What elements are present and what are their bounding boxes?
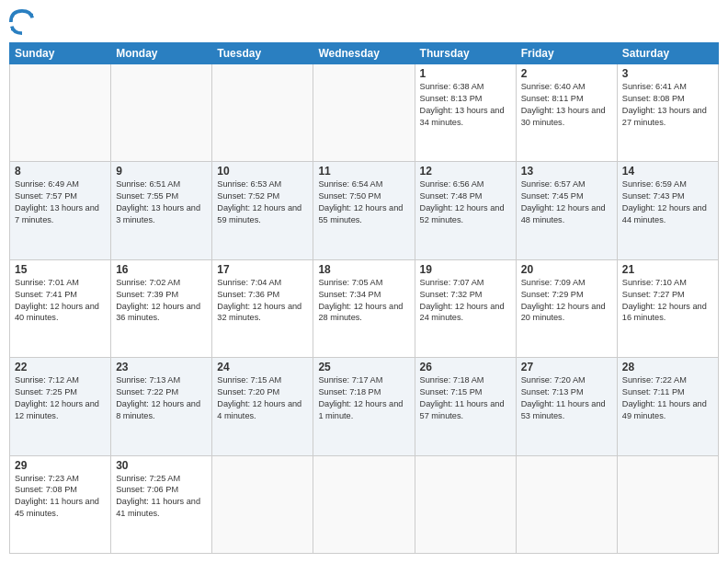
day-number: 14 xyxy=(622,165,713,178)
calendar-day-30: 30Sunrise: 7:25 AMSunset: 7:06 PMDayligh… xyxy=(111,455,212,553)
calendar-day-11: 11Sunrise: 6:54 AMSunset: 7:50 PMDayligh… xyxy=(313,162,415,259)
calendar-day-18: 18Sunrise: 7:05 AMSunset: 7:34 PMDayligh… xyxy=(313,259,415,357)
day-number: 13 xyxy=(521,165,612,178)
logo xyxy=(9,9,37,35)
calendar-week-row: 29Sunrise: 7:23 AMSunset: 7:08 PMDayligh… xyxy=(10,455,719,553)
calendar-day-8: 8Sunrise: 6:49 AMSunset: 7:57 PMDaylight… xyxy=(10,162,111,259)
day-number: 15 xyxy=(15,263,106,276)
day-number: 28 xyxy=(622,361,713,373)
day-info: Sunrise: 6:38 AMSunset: 8:13 PMDaylight:… xyxy=(420,81,511,129)
day-number: 27 xyxy=(521,361,612,373)
empty-day-cell xyxy=(212,455,313,553)
calendar-week-row: 22Sunrise: 7:12 AMSunset: 7:25 PMDayligh… xyxy=(10,358,719,455)
day-number: 29 xyxy=(15,459,106,472)
day-number: 25 xyxy=(318,361,409,373)
day-info: Sunrise: 6:41 AMSunset: 8:08 PMDaylight:… xyxy=(622,81,713,129)
day-number: 24 xyxy=(217,361,308,373)
day-number: 21 xyxy=(622,263,713,276)
column-header-tuesday: Tuesday xyxy=(212,43,313,64)
day-info: Sunrise: 6:51 AMSunset: 7:55 PMDaylight:… xyxy=(116,178,207,226)
calendar-day-26: 26Sunrise: 7:18 AMSunset: 7:15 PMDayligh… xyxy=(415,358,516,455)
day-info: Sunrise: 7:04 AMSunset: 7:36 PMDaylight:… xyxy=(217,277,308,325)
day-info: Sunrise: 7:02 AMSunset: 7:39 PMDaylight:… xyxy=(116,277,207,325)
day-number: 30 xyxy=(116,459,207,472)
day-number: 11 xyxy=(318,165,409,178)
calendar-day-9: 9Sunrise: 6:51 AMSunset: 7:55 PMDaylight… xyxy=(111,162,212,259)
calendar-day-23: 23Sunrise: 7:13 AMSunset: 7:22 PMDayligh… xyxy=(111,358,212,455)
header xyxy=(9,9,719,35)
calendar-day-22: 22Sunrise: 7:12 AMSunset: 7:25 PMDayligh… xyxy=(10,358,111,455)
empty-day-cell xyxy=(617,455,718,553)
calendar-day-14: 14Sunrise: 6:59 AMSunset: 7:43 PMDayligh… xyxy=(617,162,718,259)
column-header-friday: Friday xyxy=(516,43,617,64)
day-info: Sunrise: 6:49 AMSunset: 7:57 PMDaylight:… xyxy=(15,178,106,226)
day-info: Sunrise: 7:17 AMSunset: 7:18 PMDaylight:… xyxy=(318,374,409,422)
day-number: 23 xyxy=(116,361,207,373)
calendar-week-row: 15Sunrise: 7:01 AMSunset: 7:41 PMDayligh… xyxy=(10,259,719,357)
column-header-sunday: Sunday xyxy=(10,43,111,64)
calendar-day-28: 28Sunrise: 7:22 AMSunset: 7:11 PMDayligh… xyxy=(617,358,718,455)
calendar-day-25: 25Sunrise: 7:17 AMSunset: 7:18 PMDayligh… xyxy=(313,358,415,455)
day-info: Sunrise: 7:10 AMSunset: 7:27 PMDaylight:… xyxy=(622,277,713,325)
page: SundayMondayTuesdayWednesdayThursdayFrid… xyxy=(0,0,728,563)
empty-day-cell xyxy=(516,455,617,553)
calendar-day-13: 13Sunrise: 6:57 AMSunset: 7:45 PMDayligh… xyxy=(516,162,617,259)
day-number: 22 xyxy=(15,361,106,373)
calendar-day-27: 27Sunrise: 7:20 AMSunset: 7:13 PMDayligh… xyxy=(516,358,617,455)
day-info: Sunrise: 7:25 AMSunset: 7:06 PMDaylight:… xyxy=(116,473,207,521)
calendar-week-row: 8Sunrise: 6:49 AMSunset: 7:57 PMDaylight… xyxy=(10,162,719,259)
calendar-day-17: 17Sunrise: 7:04 AMSunset: 7:36 PMDayligh… xyxy=(212,259,313,357)
day-info: Sunrise: 7:07 AMSunset: 7:32 PMDaylight:… xyxy=(420,277,511,325)
logo-icon xyxy=(9,9,35,35)
empty-day-cell xyxy=(212,64,313,162)
calendar-day-15: 15Sunrise: 7:01 AMSunset: 7:41 PMDayligh… xyxy=(10,259,111,357)
column-header-wednesday: Wednesday xyxy=(313,43,415,64)
calendar-day-2: 2Sunrise: 6:40 AMSunset: 8:11 PMDaylight… xyxy=(516,64,617,162)
day-info: Sunrise: 6:57 AMSunset: 7:45 PMDaylight:… xyxy=(521,178,612,226)
day-number: 18 xyxy=(318,263,409,276)
calendar-header-row: SundayMondayTuesdayWednesdayThursdayFrid… xyxy=(10,43,719,64)
empty-day-cell xyxy=(313,64,415,162)
day-info: Sunrise: 7:05 AMSunset: 7:34 PMDaylight:… xyxy=(318,277,409,325)
column-header-monday: Monday xyxy=(111,43,212,64)
calendar-week-row: 1Sunrise: 6:38 AMSunset: 8:13 PMDaylight… xyxy=(10,64,719,162)
day-info: Sunrise: 7:18 AMSunset: 7:15 PMDaylight:… xyxy=(420,374,511,422)
calendar-day-1: 1Sunrise: 6:38 AMSunset: 8:13 PMDaylight… xyxy=(415,64,516,162)
day-number: 16 xyxy=(116,263,207,276)
day-info: Sunrise: 6:53 AMSunset: 7:52 PMDaylight:… xyxy=(217,178,308,226)
day-number: 12 xyxy=(420,165,511,178)
empty-day-cell xyxy=(313,455,415,553)
empty-day-cell xyxy=(10,64,111,162)
day-number: 9 xyxy=(116,165,207,178)
day-info: Sunrise: 7:15 AMSunset: 7:20 PMDaylight:… xyxy=(217,374,308,422)
day-info: Sunrise: 7:09 AMSunset: 7:29 PMDaylight:… xyxy=(521,277,612,325)
day-number: 3 xyxy=(622,67,713,80)
day-number: 26 xyxy=(420,361,511,373)
day-info: Sunrise: 6:56 AMSunset: 7:48 PMDaylight:… xyxy=(420,178,511,226)
empty-day-cell xyxy=(415,455,516,553)
calendar-day-12: 12Sunrise: 6:56 AMSunset: 7:48 PMDayligh… xyxy=(415,162,516,259)
day-info: Sunrise: 6:40 AMSunset: 8:11 PMDaylight:… xyxy=(521,81,612,129)
day-number: 8 xyxy=(15,165,106,178)
day-number: 1 xyxy=(420,67,511,80)
calendar-day-10: 10Sunrise: 6:53 AMSunset: 7:52 PMDayligh… xyxy=(212,162,313,259)
calendar-day-29: 29Sunrise: 7:23 AMSunset: 7:08 PMDayligh… xyxy=(10,455,111,553)
day-info: Sunrise: 7:20 AMSunset: 7:13 PMDaylight:… xyxy=(521,374,612,422)
calendar-table: SundayMondayTuesdayWednesdayThursdayFrid… xyxy=(9,42,719,554)
column-header-thursday: Thursday xyxy=(415,43,516,64)
day-info: Sunrise: 6:59 AMSunset: 7:43 PMDaylight:… xyxy=(622,178,713,226)
day-number: 17 xyxy=(217,263,308,276)
day-info: Sunrise: 6:54 AMSunset: 7:50 PMDaylight:… xyxy=(318,178,409,226)
calendar-day-24: 24Sunrise: 7:15 AMSunset: 7:20 PMDayligh… xyxy=(212,358,313,455)
day-info: Sunrise: 7:23 AMSunset: 7:08 PMDaylight:… xyxy=(15,473,106,521)
calendar-day-3: 3Sunrise: 6:41 AMSunset: 8:08 PMDaylight… xyxy=(617,64,718,162)
calendar-day-21: 21Sunrise: 7:10 AMSunset: 7:27 PMDayligh… xyxy=(617,259,718,357)
day-number: 20 xyxy=(521,263,612,276)
calendar-day-19: 19Sunrise: 7:07 AMSunset: 7:32 PMDayligh… xyxy=(415,259,516,357)
day-number: 19 xyxy=(420,263,511,276)
day-info: Sunrise: 7:01 AMSunset: 7:41 PMDaylight:… xyxy=(15,277,106,325)
day-info: Sunrise: 7:12 AMSunset: 7:25 PMDaylight:… xyxy=(15,374,106,422)
column-header-saturday: Saturday xyxy=(617,43,718,64)
day-number: 10 xyxy=(217,165,308,178)
day-number: 2 xyxy=(521,67,612,80)
